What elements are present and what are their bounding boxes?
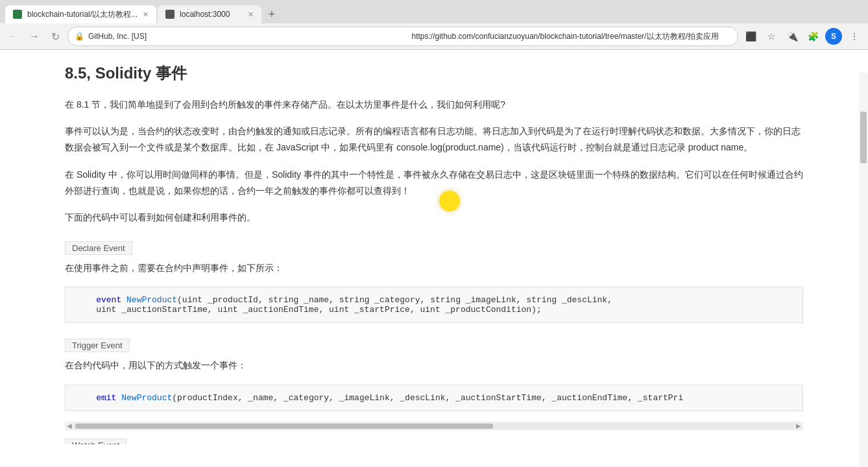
page-title: 8.5, Solidity 事件 — [65, 63, 803, 84]
tab-localhost-label: localhost:3000 — [180, 10, 230, 19]
security-label: GitHub, Inc. [US] — [88, 32, 408, 41]
localhost-favicon — [165, 10, 175, 19]
scrollbar-track[interactable] — [74, 424, 794, 429]
scroll-right-arrow[interactable]: ▶ — [794, 422, 803, 429]
tab-localhost-close[interactable]: ✕ — [248, 10, 254, 19]
horizontal-scrollbar[interactable]: ◀ ▶ — [65, 422, 803, 431]
address-bar-row: ← → ↻ 🔒 GitHub, Inc. [US] https://github… — [0, 23, 868, 49]
paragraph-1: 在 8.1 节，我们简单地提到了会用到合约所触发的事件来存储产品。在以太坊里事件… — [65, 97, 803, 113]
extension2-button[interactable]: 🧩 — [804, 28, 821, 45]
page-content: 8.5, Solidity 事件 在 8.1 节，我们简单地提到了会用到合约所触… — [0, 50, 868, 444]
paragraph-3: 在 Solidity 中，你可以用时间做同样的事情。但是，Solidity 事件… — [65, 167, 803, 199]
paragraph-2: 事件可以认为是，当合约的状态改变时，由合约触发的通知或日志记录。所有的编程语言都… — [65, 123, 803, 156]
menu-button[interactable]: ⋮ — [846, 28, 863, 45]
scrollbar-thumb[interactable] — [75, 424, 493, 429]
address-text: https://github.com/confucianzuoyuan/bloc… — [412, 31, 732, 42]
watch-event-label: Watch Event — [65, 438, 127, 445]
declare-event-label: Declare Event — [65, 241, 132, 255]
scroll-left-arrow[interactable]: ◀ — [65, 422, 74, 429]
paragraph-4: 下面的代码中可以看到如何创建和利用事件的。 — [65, 210, 803, 226]
forward-button[interactable]: → — [26, 28, 43, 45]
emit-func-name: NewProduct — [121, 393, 172, 403]
tab-github-label: blockchain-tutorial/以太坊教程... — [27, 9, 138, 20]
back-button[interactable]: ← — [5, 28, 22, 45]
github-favicon — [13, 10, 22, 19]
bookmark-button[interactable]: ☆ — [763, 28, 780, 45]
browser-chrome: blockchain-tutorial/以太坊教程... ✕ localhost… — [0, 0, 868, 50]
screenshot-button[interactable]: ⬛ — [742, 28, 759, 45]
extension-button[interactable]: 🔌 — [784, 28, 801, 45]
event-name: NewProduct — [127, 295, 177, 305]
new-tab-button[interactable]: + — [263, 5, 281, 23]
tab-bar: blockchain-tutorial/以太坊教程... ✕ localhost… — [0, 0, 868, 23]
event-keyword: event — [96, 295, 121, 305]
tab-github[interactable]: blockchain-tutorial/以太坊教程... ✕ — [5, 5, 156, 23]
lock-icon: 🔒 — [75, 32, 84, 41]
tab-github-close[interactable]: ✕ — [143, 10, 149, 19]
vertical-scroll-thumb[interactable] — [860, 112, 867, 163]
trigger-event-label: Trigger Event — [65, 339, 130, 352]
profile-icon[interactable]: S — [825, 28, 842, 45]
trigger-event-code: emit NewProduct(productIndex, _name, _ca… — [65, 385, 803, 411]
declare-event-code: event NewProduct(uint _productId, string… — [65, 287, 803, 323]
vertical-scrollbar[interactable] — [859, 73, 868, 467]
address-bar[interactable]: 🔒 GitHub, Inc. [US] https://github.com/c… — [67, 27, 738, 46]
tab-localhost[interactable]: localhost:3000 ✕ — [158, 5, 261, 23]
trigger-event-description: 在合约代码中，用以下的方式触发一个事件： — [65, 357, 803, 374]
refresh-button[interactable]: ↻ — [47, 28, 64, 45]
emit-keyword: emit — [96, 393, 116, 403]
trigger-code-container: emit NewProduct(productIndex, _name, _ca… — [65, 385, 803, 431]
declare-event-description: 在使用事件之前，需要在合约中声明事件，如下所示： — [65, 260, 803, 276]
